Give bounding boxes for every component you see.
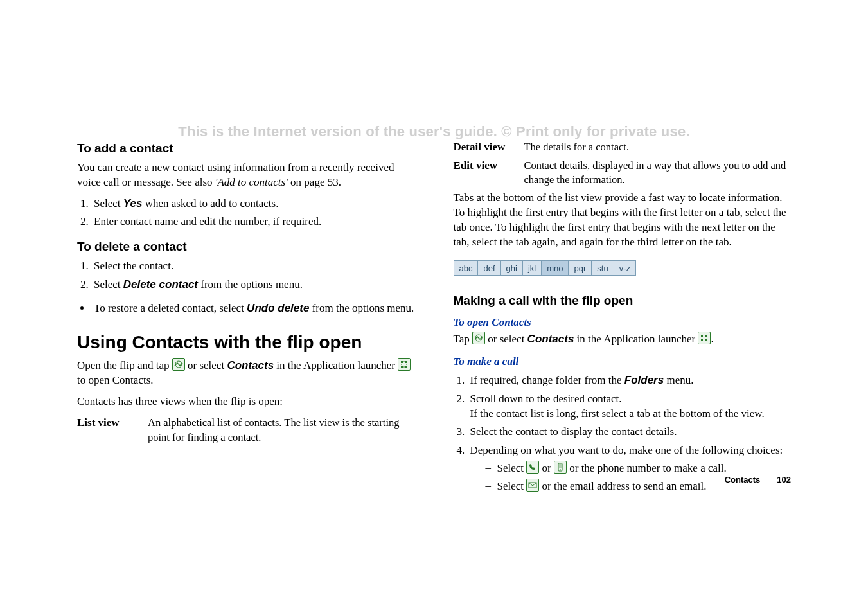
bullet-undo-delete: To restore a deleted contact, select Und… [77, 301, 415, 316]
heading-using-contacts: Using Contacts with the flip open [77, 332, 415, 353]
page-content: To add a contact You can create a new co… [0, 0, 868, 503]
svg-rect-4 [405, 366, 407, 368]
tab-ghi: ghi [501, 261, 523, 275]
contacts-icon [472, 332, 485, 344]
right-column: Detail view The details for a contact. E… [454, 140, 792, 503]
para-tabs-info: Tabs at the bottom of the list view prov… [454, 191, 792, 250]
heading-making-call: Making a call with the flip open [454, 292, 792, 309]
def-detail-view: Detail view The details for a contact. [454, 140, 792, 155]
heading-add-contact: To add a contact [77, 140, 415, 157]
def-edit-view: Edit view Contact details, displayed in … [454, 159, 792, 188]
steps-delete-contact: Select the contact. Select Delete contac… [77, 259, 415, 292]
svg-rect-3 [401, 366, 403, 368]
tab-def: def [478, 261, 500, 275]
step-mc-4: Depending on what you want to do, make o… [468, 443, 792, 494]
term-detail-view: Detail view [454, 140, 524, 155]
body-edit-view: Contact details, displayed in a way that… [524, 159, 792, 188]
contacts-icon [172, 358, 185, 371]
alpha-tabs-image: abc def ghi jkl mno pqr stu v-z [454, 260, 636, 276]
svg-rect-11 [559, 464, 562, 468]
step-mc-1: If required, change folder from the Fold… [468, 373, 792, 388]
para-tap-contacts: Tap or select Contacts in the Applicatio… [454, 332, 792, 347]
step-del-2: Select Delete contact from the options m… [91, 278, 415, 292]
para-three-views: Contacts has three views when the flip i… [77, 395, 415, 409]
svg-rect-2 [405, 361, 407, 363]
body-list-view: An alphabetical list of contacts. The li… [148, 416, 415, 445]
app-launcher-icon [698, 332, 711, 344]
heading-delete-contact: To delete a contact [77, 238, 415, 255]
svg-rect-6 [701, 335, 703, 337]
def-list-view: List view An alphabetical list of contac… [77, 416, 415, 445]
tab-abc: abc [454, 261, 479, 275]
step-add-2: Enter contact name and edit the number, … [91, 215, 415, 229]
bullet-undo-item: To restore a deleted contact, select Und… [91, 301, 415, 316]
step-mc-2: Scroll down to the desired contact. If t… [468, 392, 792, 422]
subhead-make-call: To make a call [454, 355, 792, 369]
term-edit-view: Edit view [454, 159, 524, 188]
para-add-contact: You can create a new contact using infor… [77, 161, 415, 190]
email-icon [526, 479, 539, 492]
svg-point-12 [560, 470, 561, 471]
steps-add-contact: Select Yes when asked to add to contacts… [77, 197, 415, 230]
para-open-flip: Open the flip and tap or select Contacts… [77, 358, 415, 388]
tab-stu: stu [592, 261, 614, 275]
term-list-view: List view [77, 416, 148, 445]
svg-rect-1 [401, 361, 403, 363]
phone-home-icon [526, 461, 539, 474]
link-add-to-contacts[interactable]: 'Add to contacts' [215, 176, 288, 188]
footer-page-number: 102 [777, 475, 791, 484]
svg-rect-7 [705, 335, 707, 337]
page-footer: Contacts102 [725, 475, 791, 484]
watermark-text: This is the Internet version of the user… [0, 123, 868, 140]
app-launcher-icon [398, 358, 411, 371]
subhead-open-contacts: To open Contacts [454, 315, 792, 330]
tab-jkl: jkl [523, 261, 542, 275]
step-del-1: Select the contact. [91, 259, 415, 274]
dash-call: Select or or the phone number to make a … [486, 461, 792, 476]
tab-pqr: pqr [569, 261, 592, 275]
step-mc-3: Select the contact to display the contac… [468, 425, 792, 440]
body-detail-view: The details for a contact. [524, 140, 792, 155]
svg-rect-8 [701, 339, 703, 341]
tab-vz: v-z [614, 261, 635, 275]
tab-mno: mno [542, 261, 569, 275]
step-add-1: Select Yes when asked to add to contacts… [91, 197, 415, 211]
footer-section: Contacts [725, 475, 761, 484]
left-column: To add a contact You can create a new co… [77, 140, 415, 503]
phone-mobile-icon [554, 461, 567, 474]
svg-rect-9 [705, 339, 707, 341]
